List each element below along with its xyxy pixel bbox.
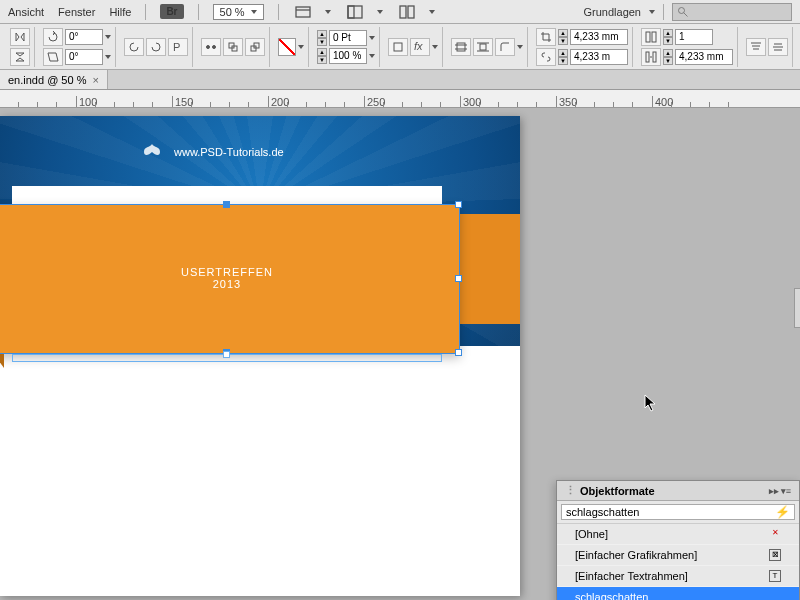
poster-url: www.PSD-Tutorials.de (174, 146, 284, 158)
spinner-down[interactable]: ▼ (317, 38, 327, 46)
object-style-item[interactable]: [Einfacher Textrahmen]T (557, 566, 799, 587)
corner-options-icon[interactable] (495, 38, 515, 56)
stroke-weight-field[interactable]: 0 Pt (329, 30, 367, 46)
align-top-icon[interactable] (746, 38, 766, 56)
effects-icon[interactable] (388, 38, 408, 56)
panel-title: Objektformate (580, 485, 655, 497)
chevron-down-icon[interactable] (377, 10, 383, 14)
object-styles-panel[interactable]: ⋮ Objektformate ▸▸▾≡ schlagschatten ⚡ [O… (556, 480, 800, 600)
chevron-down-icon[interactable] (429, 10, 435, 14)
panel-grip-icon[interactable]: ⋮ (565, 484, 576, 497)
style-type-icon: ✕ (769, 528, 781, 540)
panel-dock-edge[interactable] (794, 288, 800, 328)
svg-rect-0 (296, 7, 310, 17)
object-style-label: schlagschatten (575, 591, 648, 600)
svg-text:P: P (173, 41, 180, 53)
view-mode-icon[interactable] (293, 2, 313, 22)
chevron-down-icon[interactable] (325, 10, 331, 14)
svg-rect-15 (394, 43, 402, 51)
svg-point-10 (213, 45, 216, 48)
menu-hilfe[interactable]: Hilfe (109, 6, 131, 18)
object-style-label: [Einfacher Grafikrahmen] (575, 549, 697, 561)
svg-line-7 (684, 12, 688, 16)
svg-rect-24 (652, 32, 656, 42)
selection-box[interactable] (0, 204, 460, 354)
shear-field[interactable]: 0° (65, 49, 103, 65)
text-on-path-icon[interactable]: P (168, 38, 188, 56)
object-styles-list: [Ohne]✕[Einfacher Grafikrahmen]⊠[Einfach… (557, 523, 799, 600)
no-stroke-icon[interactable] (278, 38, 296, 56)
workspace-switcher[interactable]: Grundlagen (584, 6, 642, 18)
gutter-icon[interactable] (641, 48, 661, 66)
height-field[interactable]: 4,233 m (570, 49, 628, 65)
panel-menu-icon[interactable]: ▾≡ (781, 486, 791, 496)
horizontal-ruler: 50100150200250300350400 (0, 90, 800, 108)
menu-ansicht[interactable]: Ansicht (8, 6, 44, 18)
shear-icon[interactable] (43, 48, 63, 66)
align-center-icon[interactable] (768, 38, 788, 56)
crop-icon[interactable] (536, 28, 556, 46)
menu-bar: Ansicht Fenster Hilfe Br 50 % Grundlagen (0, 0, 800, 24)
object-style-item[interactable]: [Ohne]✕ (557, 524, 799, 545)
current-style-field[interactable]: schlagschatten ⚡ (561, 504, 795, 520)
svg-rect-2 (348, 6, 362, 18)
style-type-icon: ⊠ (769, 549, 781, 561)
search-input[interactable] (672, 3, 792, 21)
width-field[interactable]: 4,233 mm (570, 29, 628, 45)
canvas[interactable]: www.PSD-Tutorials.de USERTREFFEN 2013 ⋮ … (0, 108, 800, 600)
select-content-icon[interactable] (201, 38, 221, 56)
svg-rect-17 (457, 43, 465, 51)
flip-v-icon[interactable] (10, 48, 30, 66)
rotation-field[interactable]: 0° (65, 29, 103, 45)
zoom-field[interactable]: 50 % (213, 4, 264, 20)
text-wrap-bbox-icon[interactable] (473, 38, 493, 56)
secondary-selection (12, 354, 442, 362)
flip-h-icon[interactable] (10, 28, 30, 46)
object-style-item[interactable]: [Einfacher Grafikrahmen]⊠ (557, 545, 799, 566)
panel-tab[interactable]: ⋮ Objektformate ▸▸▾≡ (557, 481, 799, 501)
object-style-item[interactable]: schlagschatten (557, 587, 799, 600)
svg-rect-4 (400, 6, 406, 18)
arrange-icon[interactable] (397, 2, 417, 22)
object-style-label: [Ohne] (575, 528, 608, 540)
spinner-up[interactable]: ▲ (317, 30, 327, 38)
select-prev-icon[interactable] (223, 38, 243, 56)
screen-mode-icon[interactable] (345, 2, 365, 22)
opacity-field[interactable]: 100 % (329, 48, 367, 64)
columns-field[interactable]: 1 (675, 29, 713, 45)
link-icon[interactable] (536, 48, 556, 66)
bridge-button[interactable]: Br (160, 4, 183, 19)
current-style-value: schlagschatten (566, 506, 639, 518)
poster-logo-row: www.PSD-Tutorials.de (140, 140, 284, 164)
select-next-icon[interactable] (245, 38, 265, 56)
gutter-field[interactable]: 4,233 mm (675, 49, 733, 65)
rotate-ccw-icon[interactable] (124, 38, 144, 56)
zoom-value: 50 % (220, 6, 245, 18)
chevron-down-icon (251, 10, 257, 14)
chevron-down-icon (649, 10, 655, 14)
svg-rect-23 (646, 32, 650, 42)
document-tab-bar: en.indd @ 50 % × (0, 70, 800, 90)
rotate-icon[interactable] (43, 28, 63, 46)
document-tab[interactable]: en.indd @ 50 % × (0, 70, 108, 89)
mouse-cursor-icon (644, 394, 658, 414)
style-type-icon: T (769, 570, 781, 582)
svg-text:fx: fx (414, 41, 423, 52)
clear-override-icon[interactable]: ⚡ (775, 505, 790, 519)
svg-rect-5 (408, 6, 414, 18)
columns-icon[interactable] (641, 28, 661, 46)
svg-point-6 (679, 7, 685, 13)
svg-rect-25 (646, 52, 649, 62)
svg-point-9 (207, 45, 210, 48)
menu-fenster[interactable]: Fenster (58, 6, 95, 18)
text-wrap-none-icon[interactable] (451, 38, 471, 56)
object-style-label: [Einfacher Textrahmen] (575, 570, 688, 582)
close-icon[interactable]: × (92, 74, 98, 86)
search-icon (677, 6, 689, 18)
rotate-cw-icon[interactable] (146, 38, 166, 56)
butterfly-icon (140, 140, 164, 164)
document-tab-label: en.indd @ 50 % (8, 74, 86, 86)
fx-icon[interactable]: fx (410, 38, 430, 56)
collapse-icon[interactable]: ▸▸ (769, 486, 779, 496)
svg-rect-26 (653, 52, 656, 62)
